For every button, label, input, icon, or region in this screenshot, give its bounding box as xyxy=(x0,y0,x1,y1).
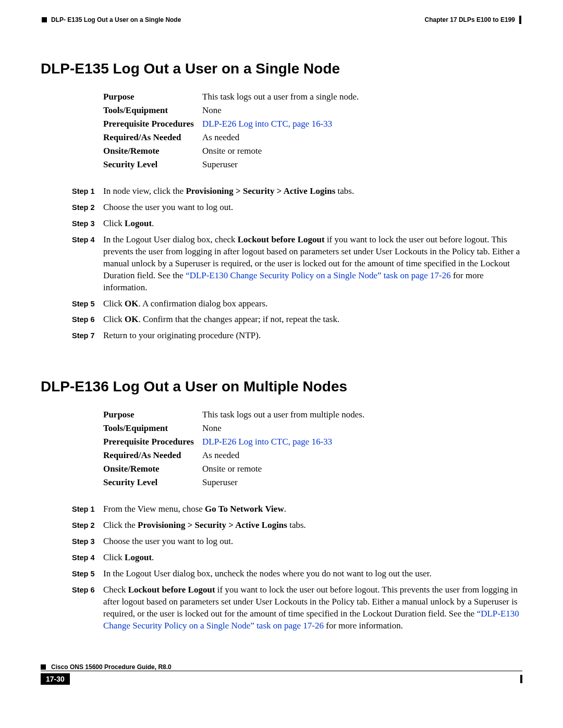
spec-value: As needed xyxy=(202,450,522,461)
header-right: Chapter 17 DLPs E100 to E199 xyxy=(425,16,521,24)
spec-label: Tools/Equipment xyxy=(103,105,202,116)
step-label: Step 2 xyxy=(72,520,103,532)
step-body: Click Logout. xyxy=(103,552,522,564)
footer-rule xyxy=(41,671,522,671)
step-label: Step 5 xyxy=(72,568,103,580)
step-bold: Logout xyxy=(125,218,152,228)
step-bold: OK xyxy=(125,299,138,309)
step-row: Step 6 Check Lockout before Logout if yo… xyxy=(72,584,522,632)
spec-label: Security Level xyxy=(103,477,202,488)
step-body: Choose the user you want to log out. xyxy=(103,536,522,548)
step-text: for more information. xyxy=(324,621,403,631)
step-body: In the Logout User dialog box, uncheck t… xyxy=(103,568,522,580)
step-label: Step 3 xyxy=(72,536,103,548)
step-label: Step 6 xyxy=(72,584,103,632)
step-bold: OK xyxy=(125,314,138,324)
step-row: Step 3 Choose the user you want to log o… xyxy=(72,536,522,548)
step-row: Step 4 In the Logout User dialog box, ch… xyxy=(72,234,522,294)
step-body: Click Logout. xyxy=(103,218,522,230)
step-label: Step 4 xyxy=(72,552,103,564)
step-text: From the View menu, chose xyxy=(103,504,205,514)
step-row: Step 4 Click Logout. xyxy=(72,552,522,564)
vertical-rule-icon xyxy=(520,675,522,683)
prereq-link[interactable]: DLP-E26 Log into CTC, page 16-33 xyxy=(202,437,332,447)
step-bold: Logout xyxy=(125,552,152,562)
steps-e135: Step 1 In node view, click the Provision… xyxy=(72,186,522,342)
spec-row: Onsite/Remote Onsite or remote xyxy=(103,146,522,156)
step-row: Step 7 Return to your originating proced… xyxy=(72,330,522,342)
footer-bar: 17-30 xyxy=(41,673,522,685)
step-row: Step 5 Click OK. A confirmation dialog b… xyxy=(72,298,522,310)
step-body: Check Lockout before Logout if you want … xyxy=(103,584,522,632)
step-label: Step 3 xyxy=(72,218,103,230)
document-page: DLP- E135 Log Out a User on a Single Nod… xyxy=(0,0,563,695)
step-text: Click the xyxy=(103,520,138,530)
spec-row: Required/As Needed As needed xyxy=(103,450,522,461)
spec-label: Purpose xyxy=(103,92,202,102)
page-number: 17-30 xyxy=(41,673,70,685)
spec-value: None xyxy=(202,423,522,434)
step-label: Step 7 xyxy=(72,330,103,342)
step-text: Click xyxy=(103,299,125,309)
spec-row: Tools/Equipment None xyxy=(103,105,522,116)
step-text: In node view, click the xyxy=(103,186,186,196)
spec-row: Security Level Superuser xyxy=(103,159,522,170)
cross-ref-link[interactable]: “DLP-E130 Change Security Policy on a Si… xyxy=(186,270,450,280)
step-label: Step 5 xyxy=(72,298,103,310)
section-heading-e135: DLP-E135 Log Out a User on a Single Node xyxy=(41,60,522,77)
spec-value: Onsite or remote xyxy=(202,464,522,474)
spec-table-e135: Purpose This task logs out a user from a… xyxy=(103,92,522,170)
step-label: Step 4 xyxy=(72,234,103,294)
step-row: Step 2 Choose the user you want to log o… xyxy=(72,202,522,214)
spec-value: Onsite or remote xyxy=(202,146,522,156)
spec-table-e136: Purpose This task logs out a user from m… xyxy=(103,410,522,488)
spec-value: As needed xyxy=(202,132,522,143)
step-body: In the Logout User dialog box, check Loc… xyxy=(103,234,522,294)
spec-value: This task logs out a user from multiple … xyxy=(202,410,522,420)
step-row: Step 6 Click OK. Confirm that the change… xyxy=(72,314,522,326)
step-row: Step 3 Click Logout. xyxy=(72,218,522,230)
step-text: tabs. xyxy=(287,520,306,530)
step-body: From the View menu, chose Go To Network … xyxy=(103,503,522,515)
page-footer: Cisco ONS 15600 Procedure Guide, R8.0 17… xyxy=(41,663,522,685)
step-label: Step 6 xyxy=(72,314,103,326)
step-text: tabs. xyxy=(335,186,354,196)
step-text: . xyxy=(152,552,154,562)
spec-row: Purpose This task logs out a user from m… xyxy=(103,410,522,420)
spec-value: This task logs out a user from a single … xyxy=(202,92,522,102)
header-section-title: DLP- E135 Log Out a User on a Single Nod… xyxy=(51,16,181,23)
step-row: Step 5 In the Logout User dialog box, un… xyxy=(72,568,522,580)
spec-row: Purpose This task logs out a user from a… xyxy=(103,92,522,102)
step-label: Step 1 xyxy=(72,503,103,515)
step-body: Click the Provisioning > Security > Acti… xyxy=(103,520,522,532)
step-text: Click xyxy=(103,314,125,324)
square-bullet-icon xyxy=(42,17,47,22)
step-bold: Provisioning > Security > Active Logins xyxy=(138,520,287,530)
spec-label: Purpose xyxy=(103,410,202,420)
step-text: Click xyxy=(103,552,125,562)
step-text: . Confirm that the changes appear; if no… xyxy=(139,314,340,324)
spec-value: Superuser xyxy=(202,477,522,488)
spec-value: None xyxy=(202,105,522,116)
spec-value: Superuser xyxy=(202,159,522,170)
spec-value: DLP-E26 Log into CTC, page 16-33 xyxy=(202,119,522,129)
spec-row: Prerequisite Procedures DLP-E26 Log into… xyxy=(103,119,522,129)
page-header: DLP- E135 Log Out a User on a Single Nod… xyxy=(41,16,522,24)
spec-row: Required/As Needed As needed xyxy=(103,132,522,143)
spec-label: Prerequisite Procedures xyxy=(103,119,202,129)
step-text: . xyxy=(284,504,286,514)
spec-label: Onsite/Remote xyxy=(103,146,202,156)
spec-row: Tools/Equipment None xyxy=(103,423,522,434)
step-body: Return to your originating procedure (NT… xyxy=(103,330,522,342)
spec-label: Tools/Equipment xyxy=(103,423,202,434)
prereq-link[interactable]: DLP-E26 Log into CTC, page 16-33 xyxy=(202,119,332,129)
step-text: Check xyxy=(103,585,128,595)
step-body: Choose the user you want to log out. xyxy=(103,202,522,214)
step-bold: Go To Network View xyxy=(205,504,284,514)
step-bold: Lockout before Logout xyxy=(238,235,325,244)
step-body: Click OK. Confirm that the changes appea… xyxy=(103,314,522,326)
spec-row: Onsite/Remote Onsite or remote xyxy=(103,464,522,474)
step-row: Step 2 Click the Provisioning > Security… xyxy=(72,520,522,532)
header-chapter-title: Chapter 17 DLPs E100 to E199 xyxy=(425,16,515,23)
step-text: . A confirmation dialog box appears. xyxy=(139,299,268,309)
